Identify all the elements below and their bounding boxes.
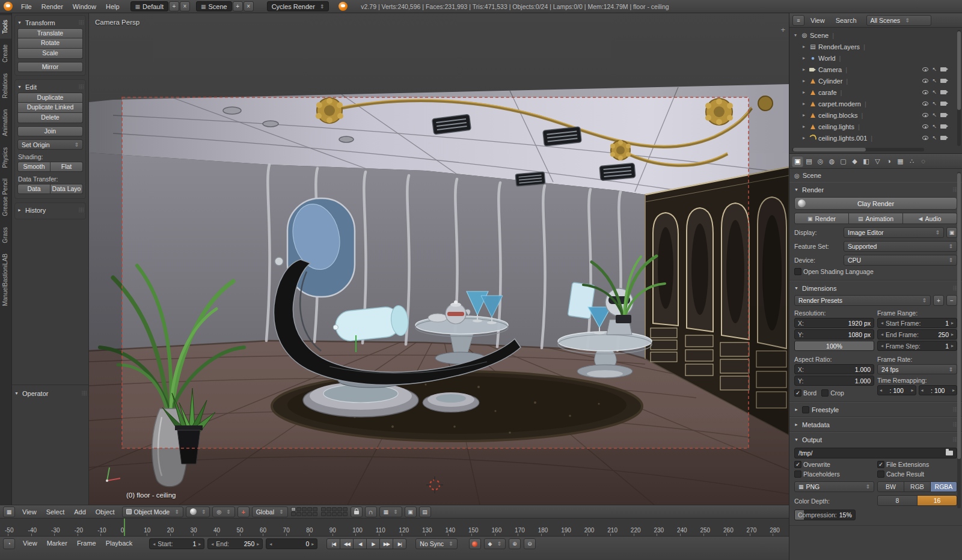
viewport-menu-add[interactable]: Add: [69, 507, 91, 517]
keying-set-select[interactable]: ◆ ⇕: [484, 538, 506, 549]
color-depth-button-8[interactable]: 8: [877, 495, 918, 506]
set-origin-menu[interactable]: Set Origin ⇕: [17, 139, 83, 150]
toolshelf-tab-grease-pencil[interactable]: Grease Pencil: [0, 174, 11, 221]
compression-slider[interactable]: Compression: 15%: [794, 510, 856, 520]
output-path-field[interactable]: /tmp/: [794, 448, 957, 458]
renderability-camera-icon[interactable]: [940, 113, 946, 117]
renderability-camera-icon[interactable]: [940, 79, 946, 83]
start-frame-field[interactable]: ◂Start Frame:1▸: [877, 318, 957, 328]
visibility-eye-icon[interactable]: [922, 90, 928, 94]
render-presets-select[interactable]: Render Presets⇕: [794, 295, 931, 306]
close-layout-button[interactable]: ×: [180, 1, 190, 11]
region-expand-icon[interactable]: +: [780, 25, 785, 34]
viewport-menu-view[interactable]: View: [17, 507, 41, 517]
tool-button-join[interactable]: Join: [17, 126, 83, 136]
timeline-ruler[interactable]: -50-40-30-20-100102030405060708090100110…: [0, 518, 789, 536]
delete-keyframe-button[interactable]: ⊖: [524, 538, 536, 549]
layer-toggle[interactable]: [307, 507, 312, 511]
add-preset-button[interactable]: +: [933, 295, 944, 306]
add-scene-button[interactable]: +: [233, 1, 243, 11]
expand-icon[interactable]: ▸: [800, 90, 807, 95]
expand-icon[interactable]: ▸: [800, 78, 807, 84]
tool-button-duplicate[interactable]: Duplicate: [17, 93, 83, 103]
tool-button-data-layo[interactable]: Data Layo: [51, 184, 83, 194]
frame-rate-select[interactable]: 24 fps⇕: [877, 364, 957, 374]
mode-select[interactable]: Object Mode ⇕: [122, 507, 183, 517]
aspect-y-field[interactable]: Y:1.000: [794, 376, 874, 386]
menu-search[interactable]: Search: [831, 16, 862, 25]
jump-to-end-button[interactable]: ▶|: [393, 538, 406, 549]
outliner-item-world[interactable]: ▸World|: [789, 52, 962, 64]
end-frame-input[interactable]: ◂ End: 250 ▸: [207, 538, 263, 549]
channels-button-rgba[interactable]: RGBA: [930, 481, 957, 492]
panel-grip-icon[interactable]: ⣿⣿: [78, 207, 83, 213]
next-keyframe-button[interactable]: ▶▶: [379, 538, 393, 549]
pivot-select[interactable]: ◎ ⇕: [212, 507, 234, 517]
properties-scrollbar[interactable]: [957, 172, 961, 508]
timeline-menu-frame[interactable]: Frame: [72, 538, 101, 548]
add-layout-button[interactable]: +: [169, 1, 179, 11]
osl-checkbox[interactable]: [794, 268, 801, 275]
decrement-icon[interactable]: ◂: [211, 541, 213, 547]
render-button[interactable]: ▣Render: [794, 213, 849, 224]
layer-toggle[interactable]: [332, 512, 337, 516]
outliner-hscrollbar[interactable]: [792, 148, 924, 151]
panel-grip-icon[interactable]: ⣿⣿: [952, 422, 957, 427]
menu-window[interactable]: Window: [68, 2, 101, 11]
viewport-canvas[interactable]: [89, 13, 789, 505]
panel-grip-icon[interactable]: ⣿⣿: [81, 391, 86, 396]
selectability-cursor-icon[interactable]: ↖: [932, 101, 937, 106]
resolution-x-field[interactable]: X:1920 px: [794, 318, 874, 328]
remove-preset-button[interactable]: −: [946, 295, 957, 306]
tool-button-duplicate-linked[interactable]: Duplicate Linked: [17, 103, 83, 113]
aspect-x-field[interactable]: X:1.000: [794, 364, 874, 374]
selectability-cursor-icon[interactable]: ↖: [932, 90, 937, 95]
properties-tab-modifiers[interactable]: ◧: [860, 156, 872, 167]
layer-toggle[interactable]: [332, 507, 337, 511]
transform-panel-header[interactable]: ▼ Transform ⣿⣿: [17, 17, 83, 28]
outliner-item-ceiling-lights[interactable]: ▸ceiling.lights|↖: [789, 121, 962, 132]
cache-result-checkbox[interactable]: [877, 470, 884, 478]
layer-toggle[interactable]: [296, 512, 301, 516]
panel-grip-icon[interactable]: ⣿⣿: [78, 20, 83, 25]
panel-grip-icon[interactable]: ⣿⣿: [952, 437, 957, 442]
increment-icon[interactable]: ▸: [311, 541, 314, 547]
jump-to-start-button[interactable]: |◀: [326, 538, 340, 549]
outliner-item-carafe[interactable]: ▸carafe|↖: [789, 87, 962, 98]
visibility-eye-icon[interactable]: [922, 136, 928, 140]
properties-tab-render[interactable]: ▣: [792, 156, 803, 167]
toolshelf-tab-create[interactable]: Create: [0, 40, 11, 67]
operator-panel-header[interactable]: ▼ Operator ⣿⣿: [14, 388, 86, 399]
toolshelf-tab-physics[interactable]: Physics: [0, 142, 11, 172]
end-frame-field[interactable]: ◂End Frame:250▸: [877, 329, 957, 339]
layer-toggle[interactable]: [343, 507, 348, 511]
layer-toggle[interactable]: [337, 512, 342, 516]
expand-icon[interactable]: ▸: [800, 112, 807, 118]
manipulator-toggle[interactable]: +: [237, 507, 250, 517]
time-remap-old-field[interactable]: ◂: 100▸: [877, 385, 916, 395]
viewport-menu-select[interactable]: Select: [41, 507, 70, 517]
start-frame-input[interactable]: ◂ Start: 1 ▸: [149, 538, 204, 549]
visibility-eye-icon[interactable]: [922, 102, 928, 106]
device-select[interactable]: CPU⇕: [844, 255, 957, 266]
expand-icon[interactable]: ▸: [800, 124, 807, 129]
properties-tab-scene[interactable]: ◎: [815, 156, 826, 167]
viewport-shading-select[interactable]: ⇕: [186, 507, 210, 517]
increment-icon[interactable]: ▸: [198, 541, 201, 547]
visibility-eye-icon[interactable]: [922, 113, 928, 117]
outliner-item-ceiling-lights-001[interactable]: ▸ceiling.lights.001|↖: [789, 132, 962, 144]
menu-render[interactable]: Render: [37, 2, 68, 11]
renderability-camera-icon[interactable]: [940, 124, 946, 129]
layers-widget-left[interactable]: [291, 507, 317, 516]
menu-help[interactable]: Help: [101, 2, 124, 11]
render-panel-header[interactable]: ▼ Render ⣿⣿: [794, 184, 957, 195]
color-depth-button-16[interactable]: 16: [917, 495, 957, 506]
layer-toggle[interactable]: [326, 507, 331, 511]
orientation-select[interactable]: Global ⇕: [252, 507, 288, 517]
renderability-camera-icon[interactable]: [940, 102, 946, 106]
outliner-item-ceiling-blocks[interactable]: ▸ceiling.blocks|↖: [789, 109, 962, 121]
snap-element-select[interactable]: ▦ ⇕: [379, 507, 402, 517]
freestyle-panel-header[interactable]: ► Freestyle ⣿⣿: [794, 404, 957, 415]
selectability-cursor-icon[interactable]: ↖: [932, 67, 937, 72]
properties-tab-world[interactable]: ◍: [826, 156, 838, 167]
